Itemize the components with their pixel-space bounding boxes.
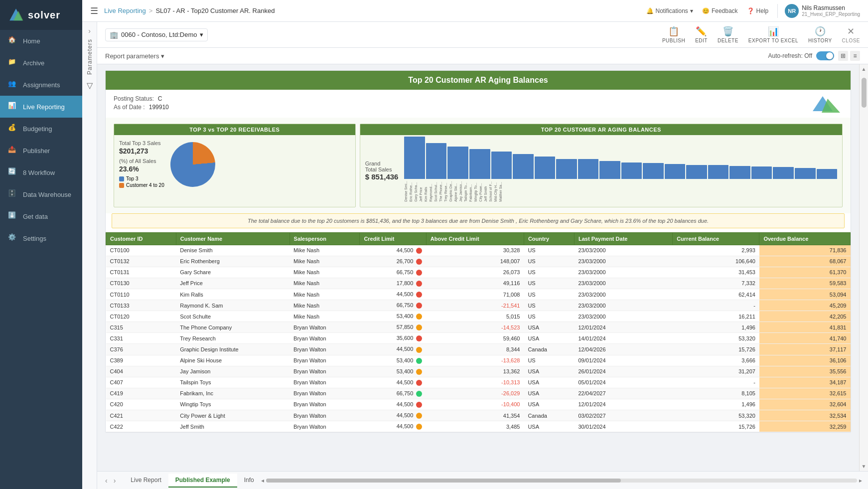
history-button[interactable]: 🕐 HISTORY [808, 26, 832, 43]
cell-above-credit: 3,485 [426, 421, 524, 432]
sidebar-item-settings[interactable]: ⚙️ Settings [0, 227, 82, 249]
cell-date: 23/03/2000 [574, 256, 672, 267]
cell-current: 1,496 [673, 322, 759, 333]
parameters-label[interactable]: Parameters [86, 39, 93, 75]
sidebar-item-get-data[interactable]: ⬇️ Get data [0, 205, 82, 227]
bar-label: Jay Jamiso... [459, 181, 463, 202]
tab-published-example[interactable]: Published Example [168, 474, 237, 488]
tab-info[interactable]: Info [237, 474, 261, 488]
cell-above-credit: 59,460 [426, 333, 524, 344]
solver-logo-text: solver [28, 9, 60, 21]
cell-date: 05/01/2024 [574, 377, 672, 388]
cell-name: Jeff Price [176, 278, 289, 289]
bar-item [535, 157, 556, 179]
hscroll-left[interactable]: ◂ [261, 477, 264, 484]
hamburger-icon[interactable]: ☰ [90, 5, 98, 16]
cell-date: 23/03/2000 [574, 289, 672, 300]
cell-credit: 53,400 [360, 311, 426, 322]
cell-date: 09/01/2024 [574, 355, 672, 366]
assignments-icon: 👥 [8, 80, 18, 90]
params-chevron-icon[interactable]: › [88, 27, 91, 35]
cell-above-credit: 8,344 [426, 344, 524, 355]
cell-above-credit: -13,628 [426, 355, 524, 366]
export-icon: 📊 [768, 26, 779, 37]
cell-id: C315 [106, 322, 176, 333]
cell-credit: 44,500 [360, 245, 426, 256]
delete-icon: 🗑️ [723, 26, 734, 37]
cell-credit: 53,400 [360, 355, 426, 366]
scroll-up-arrow[interactable]: ▲ [860, 64, 868, 74]
autorefresh-toggle[interactable] [816, 51, 834, 60]
close-button[interactable]: ✕ CLOSE [842, 26, 860, 43]
edit-button[interactable]: ✏️ EDIT [695, 26, 708, 43]
th-country: Country [524, 232, 574, 245]
sidebar-item-data-warehouse[interactable]: 🗄️ Data Warehouse [0, 183, 82, 205]
history-icon: 🕐 [815, 26, 826, 37]
cell-current: - [673, 300, 759, 311]
bar-item [404, 137, 425, 179]
bar-item [513, 154, 534, 179]
report-scrollbar[interactable]: ▲ ▼ [859, 64, 868, 471]
report-params-text: Report parameters [105, 52, 159, 60]
sidebar-item-publisher[interactable]: 📤 Publisher [0, 140, 82, 162]
sidebar-item-budgeting[interactable]: 💰 Budgeting [0, 118, 82, 140]
report-params-label[interactable]: Report parameters ▾ [105, 52, 164, 60]
cell-country: US [524, 300, 574, 311]
bar-label: The Phone... [439, 181, 443, 202]
th-customer-name: Customer Name [176, 232, 289, 245]
data-table-wrapper: Customer ID Customer Name Salesperson Cr… [106, 232, 851, 433]
sidebar-item-live-reporting[interactable]: 📊 Live Reporting [0, 96, 82, 118]
cell-current: 31,453 [673, 267, 759, 278]
sidebar-item-workflow[interactable]: 🔄 8 Workflow [0, 162, 82, 183]
cell-id: C331 [106, 333, 176, 344]
tab-right-arrow[interactable]: › [112, 476, 118, 486]
cell-credit: 35,600 [360, 333, 426, 344]
cell-id: CT0120 [106, 311, 176, 322]
table-row: CT0120 Scot Schulte Mike Nash 53,400 5,0… [106, 311, 851, 322]
scroll-thumb[interactable] [862, 78, 867, 108]
export-excel-button[interactable]: 📊 EXPORT TO EXCEL [748, 26, 798, 43]
publisher-icon: 📤 [8, 146, 18, 156]
user-area[interactable]: NR Nils Rasmussen 21_Hvexi_ERP_Reporting [777, 4, 860, 18]
sidebar-item-archive[interactable]: 📁 Archive [0, 52, 82, 74]
cell-current: 7,332 [673, 278, 759, 289]
notifications-button[interactable]: 🔔 Notifications ▾ [646, 7, 693, 14]
grid-view-icon[interactable]: ⊞ [838, 51, 848, 61]
th-customer-id: Customer ID [106, 232, 176, 245]
cell-id: CT0130 [106, 278, 176, 289]
sidebar-item-home[interactable]: 🏠 Home [0, 30, 82, 52]
as-of-date-value: 199910 [149, 104, 169, 111]
cell-date: 23/03/2000 [574, 245, 672, 256]
cell-above-credit: 13,362 [426, 366, 524, 377]
tab-live-report[interactable]: Live Report [124, 474, 168, 488]
company-selector[interactable]: 🏢 0060 - Contoso, Ltd:Demo ▾ [105, 28, 208, 41]
cell-credit: 26,700 [360, 256, 426, 267]
delete-button[interactable]: 🗑️ DELETE [718, 26, 738, 43]
cell-id: CT0133 [106, 300, 176, 311]
publish-button[interactable]: 📋 PUBLISH [662, 26, 685, 43]
cell-name: City Power & Light [176, 410, 289, 421]
bar-label: Tailspin To... [464, 181, 468, 202]
breadcrumb-root[interactable]: Live Reporting [104, 7, 146, 14]
cell-name: Kim Ralls [176, 289, 289, 300]
sidebar-item-assignments[interactable]: 👥 Assignments [0, 74, 82, 96]
table-header: Customer ID Customer Name Salesperson Cr… [106, 232, 851, 245]
get-data-icon: ⬇️ [8, 211, 18, 221]
topbar-actions: 🔔 Notifications ▾ 😊 Feedback ❓ Help NR N… [646, 4, 861, 18]
cell-sales: Bryan Walton [289, 333, 360, 344]
feedback-button[interactable]: 😊 Feedback [702, 7, 738, 14]
scroll-thumb-area[interactable] [862, 74, 867, 462]
filter-icon[interactable]: ▽ [87, 81, 93, 90]
help-button[interactable]: ❓ Help [747, 7, 769, 14]
cell-overdue: 61,370 [759, 267, 851, 278]
bar-label: City Powe... [479, 181, 483, 202]
cell-id: C376 [106, 344, 176, 355]
cell-id: C407 [106, 377, 176, 388]
tab-left-arrow[interactable]: ‹ [103, 476, 110, 486]
hscroll-right[interactable]: ▸ [859, 477, 862, 484]
table-row: C421 City Power & Light Bryan Walton 44,… [106, 410, 851, 421]
scroll-down-arrow[interactable]: ▼ [860, 462, 868, 471]
table-view-icon[interactable]: ≡ [850, 51, 860, 61]
cell-name: Jay Jamison [176, 366, 289, 377]
hscroll-track[interactable] [266, 479, 857, 483]
